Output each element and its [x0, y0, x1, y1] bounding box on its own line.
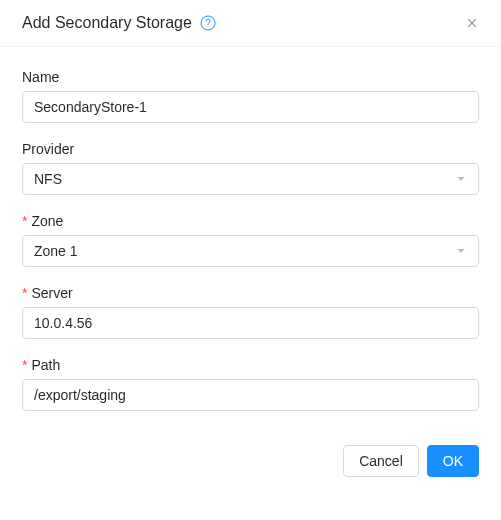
ok-button[interactable]: OK: [427, 445, 479, 477]
required-mark: *: [22, 357, 27, 373]
required-mark: *: [22, 213, 27, 229]
path-label-text: Path: [31, 357, 60, 373]
zone-label-text: Zone: [31, 213, 63, 229]
modal-body: Name Provider NFS *Zone Zone 1: [0, 47, 501, 437]
chevron-down-icon: [455, 173, 467, 185]
name-input[interactable]: [22, 91, 479, 123]
modal-footer: Cancel OK: [0, 437, 501, 499]
server-label-text: Server: [31, 285, 72, 301]
zone-select[interactable]: Zone 1: [22, 235, 479, 267]
provider-label: Provider: [22, 141, 479, 157]
form-item-provider: Provider NFS: [22, 141, 479, 195]
modal-title-wrap: Add Secondary Storage: [22, 14, 216, 32]
server-input[interactable]: [22, 307, 479, 339]
close-icon[interactable]: [465, 16, 479, 30]
zone-value: Zone 1: [34, 243, 78, 259]
path-label: *Path: [22, 357, 479, 373]
chevron-down-icon: [455, 245, 467, 257]
path-input[interactable]: [22, 379, 479, 411]
form-item-zone: *Zone Zone 1: [22, 213, 479, 267]
modal-header: Add Secondary Storage: [0, 0, 501, 47]
form-item-path: *Path: [22, 357, 479, 411]
name-label: Name: [22, 69, 479, 85]
zone-label: *Zone: [22, 213, 479, 229]
svg-point-0: [201, 16, 215, 30]
form-item-server: *Server: [22, 285, 479, 339]
add-secondary-storage-modal: Add Secondary Storage Name Provider NFS: [0, 0, 501, 499]
modal-title: Add Secondary Storage: [22, 14, 192, 32]
required-mark: *: [22, 285, 27, 301]
provider-select[interactable]: NFS: [22, 163, 479, 195]
help-icon[interactable]: [200, 15, 216, 31]
server-label: *Server: [22, 285, 479, 301]
form-item-name: Name: [22, 69, 479, 123]
cancel-button[interactable]: Cancel: [343, 445, 419, 477]
provider-value: NFS: [34, 171, 62, 187]
